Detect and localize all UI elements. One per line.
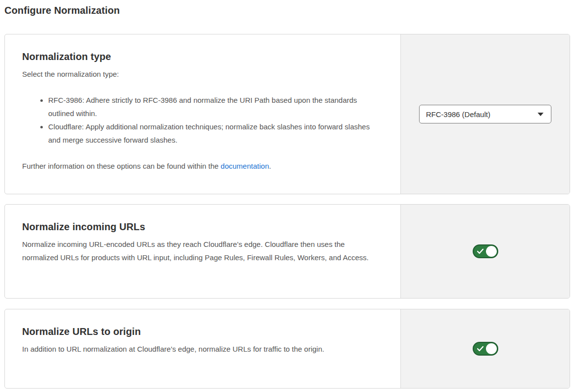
page-title: Configure Normalization [4,5,570,16]
normalize-urls-to-origin-description: In addition to URL normalization at Clou… [22,342,378,356]
normalization-type-intro: Select the normalization type: [22,67,378,81]
normalization-type-control-panel: RFC-3986 (Default) [400,34,570,194]
normalize-urls-to-origin-content: Normalize URLs to origin In addition to … [5,309,400,388]
chevron-down-icon [538,113,544,116]
toggle-knob [486,246,497,257]
normalize-incoming-urls-content: Normalize incoming URLs Normalize incomi… [5,205,400,298]
normalize-urls-to-origin-toggle[interactable] [473,342,498,356]
bullet-rfc-3986: RFC-3986: Adhere strictly to RFC-3986 an… [48,93,373,120]
configure-normalization-page: Configure Normalization Normalization ty… [0,0,574,392]
normalize-incoming-urls-card: Normalize incoming URLs Normalize incomi… [4,204,570,299]
normalize-urls-to-origin-card: Normalize URLs to origin In addition to … [4,309,570,389]
further-information-prefix: Further information on these options can… [22,162,221,170]
normalize-incoming-urls-heading: Normalize incoming URLs [22,221,378,233]
normalization-type-content: Normalization type Select the normalizat… [5,34,400,194]
normalize-urls-to-origin-heading: Normalize URLs to origin [22,326,378,337]
further-information-text: Further information on these options can… [22,159,378,173]
normalize-incoming-urls-control-panel [400,205,570,298]
normalization-type-heading: Normalization type [22,51,378,62]
check-icon [477,249,483,254]
toggle-knob [486,343,497,354]
normalization-type-options-list: RFC-3986: Adhere strictly to RFC-3986 an… [22,93,378,147]
check-icon [477,346,483,352]
documentation-link[interactable]: documentation [221,162,269,170]
normalization-type-select-value: RFC-3986 (Default) [426,110,490,119]
normalization-type-select[interactable]: RFC-3986 (Default) [419,105,551,123]
normalize-incoming-urls-description: Normalize incoming URL-encoded URLs as t… [22,238,378,264]
normalize-urls-to-origin-control-panel [400,309,570,388]
further-information-suffix: . [269,162,271,170]
normalization-type-card: Normalization type Select the normalizat… [4,34,570,194]
normalize-incoming-urls-toggle[interactable] [473,244,498,258]
bullet-cloudflare: Cloudflare: Apply additional normalizati… [48,120,373,147]
